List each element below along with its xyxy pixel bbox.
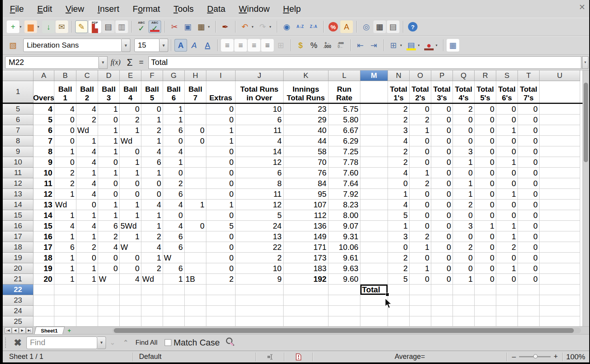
- cell-U6[interactable]: [540, 115, 580, 125]
- cell-N5[interactable]: 2: [388, 104, 410, 115]
- cell-C21[interactable]: 1: [76, 274, 98, 285]
- cell-B14[interactable]: Wd: [54, 200, 76, 210]
- vertical-scrollbar-thumb[interactable]: [584, 83, 588, 162]
- column-header-S[interactable]: S: [496, 70, 518, 81]
- zoom-level[interactable]: 100%: [563, 353, 589, 361]
- cell-U11[interactable]: [540, 168, 580, 178]
- cell-R12[interactable]: 0: [475, 178, 496, 189]
- row-header-25[interactable]: 25: [3, 316, 33, 326]
- cell-Q21[interactable]: 1: [453, 274, 475, 285]
- document-modified-icon[interactable]: [285, 353, 312, 360]
- cell-Q10[interactable]: 1: [453, 157, 475, 168]
- cell-H1[interactable]: Ball 7: [185, 81, 206, 103]
- column-header-J[interactable]: J: [236, 70, 284, 81]
- cell-E17[interactable]: 1: [120, 231, 141, 242]
- cell-L7[interactable]: 6.67: [328, 125, 360, 136]
- cell-N6[interactable]: 2: [388, 115, 410, 125]
- cell-T20[interactable]: 0: [518, 263, 540, 274]
- cell-P8[interactable]: 0: [431, 136, 453, 146]
- delete-decimal-icon[interactable]: .0000←: [334, 39, 347, 52]
- hyperlink-icon[interactable]: ◉: [280, 20, 293, 33]
- cell-R13[interactable]: 0: [475, 189, 496, 200]
- undo-icon[interactable]: ↶: [239, 20, 251, 33]
- cell-E8[interactable]: Wd: [120, 136, 141, 146]
- cell-E12[interactable]: 0: [120, 178, 141, 189]
- cell-R11[interactable]: 0: [475, 168, 496, 178]
- column-header-L[interactable]: L: [328, 70, 360, 81]
- cell-R9[interactable]: 0: [475, 146, 496, 157]
- cell-C20[interactable]: 1: [76, 263, 98, 274]
- cell-G20[interactable]: 6: [163, 263, 185, 274]
- cell-A1[interactable]: Overs: [33, 81, 54, 103]
- cell-G6[interactable]: 1: [163, 115, 185, 125]
- cell-J12[interactable]: 8: [236, 178, 284, 189]
- cell-H23[interactable]: [185, 295, 206, 306]
- cell-U22[interactable]: [540, 285, 580, 295]
- cell-S24[interactable]: [496, 306, 518, 316]
- cell-S12[interactable]: 0: [496, 178, 518, 189]
- next-sheet-icon[interactable]: ▶: [19, 327, 26, 334]
- cell-P10[interactable]: 0: [431, 157, 453, 168]
- page-style-status[interactable]: Default: [134, 353, 256, 361]
- cell-C13[interactable]: 4: [76, 189, 98, 200]
- cell-E13[interactable]: 0: [120, 189, 141, 200]
- close-icon[interactable]: ✕: [577, 2, 587, 12]
- cell-O22[interactable]: [410, 285, 431, 295]
- cell-A13[interactable]: 12: [33, 189, 54, 200]
- gallery-icon[interactable]: ▦: [373, 20, 386, 33]
- cell-O5[interactable]: 0: [410, 104, 431, 115]
- cell-I12[interactable]: 0: [206, 178, 236, 189]
- cell-K5[interactable]: 23: [284, 104, 328, 115]
- cell-Q7[interactable]: 0: [453, 125, 475, 136]
- column-header-M[interactable]: M: [360, 70, 388, 81]
- cell-J18[interactable]: 22: [236, 242, 284, 253]
- find-input[interactable]: Find: [26, 336, 97, 349]
- cell-N21[interactable]: 5: [388, 274, 410, 285]
- align-center-icon[interactable]: ≡: [234, 39, 247, 52]
- cell-J5[interactable]: 10: [236, 104, 284, 115]
- cell-L12[interactable]: 7.64: [328, 178, 360, 189]
- column-header-N[interactable]: N: [388, 70, 410, 81]
- cell-K1[interactable]: Innings Total Runs: [284, 81, 328, 103]
- cell-P18[interactable]: 0: [431, 242, 453, 253]
- sheet-tab-sheet1[interactable]: Sheet1: [34, 327, 65, 334]
- cell-U15[interactable]: [540, 210, 580, 221]
- cell-A20[interactable]: 19: [33, 263, 54, 274]
- column-header-P[interactable]: P: [431, 70, 453, 81]
- cell-F10[interactable]: 6: [141, 157, 163, 168]
- name-box[interactable]: M22: [5, 56, 99, 69]
- cell-cursor-handle[interactable]: [386, 293, 389, 296]
- cell-L15[interactable]: 8.00: [328, 210, 360, 221]
- cell-C19[interactable]: 0: [76, 253, 98, 263]
- cell-O15[interactable]: 0: [410, 210, 431, 221]
- column-header-H[interactable]: H: [185, 70, 206, 81]
- cell-R25[interactable]: [475, 316, 496, 326]
- cell-U10[interactable]: [540, 157, 580, 168]
- cell-B20[interactable]: 1: [54, 263, 76, 274]
- cell-F6[interactable]: 1: [141, 115, 163, 125]
- cell-E1[interactable]: Ball 4: [120, 81, 141, 103]
- cell-C18[interactable]: 2: [76, 242, 98, 253]
- selection-statistics[interactable]: Average=: [313, 353, 507, 361]
- cell-G13[interactable]: 6: [163, 189, 185, 200]
- cell-S14[interactable]: 0: [496, 200, 518, 210]
- cell-R22[interactable]: [475, 285, 496, 295]
- cell-J25[interactable]: [236, 316, 284, 326]
- cell-O25[interactable]: [410, 316, 431, 326]
- cell-K22[interactable]: [284, 285, 328, 295]
- toolbar-grip[interactable]: [5, 338, 8, 348]
- cell-B1[interactable]: Ball 1: [54, 81, 76, 103]
- help-icon[interactable]: ?: [406, 20, 419, 33]
- column-header-B[interactable]: B: [54, 70, 76, 81]
- cell-G12[interactable]: 2: [163, 178, 185, 189]
- cell-U18[interactable]: [540, 242, 580, 253]
- navigator-icon[interactable]: ◎: [360, 20, 373, 33]
- cell-G23[interactable]: [163, 295, 185, 306]
- cell-D25[interactable]: [98, 316, 120, 326]
- cell-J23[interactable]: [236, 295, 284, 306]
- cell-R16[interactable]: 1: [475, 221, 496, 231]
- cell-T24[interactable]: [518, 306, 540, 316]
- cell-E10[interactable]: 1: [120, 157, 141, 168]
- cell-G18[interactable]: 6: [163, 242, 185, 253]
- cell-F14[interactable]: 4: [141, 200, 163, 210]
